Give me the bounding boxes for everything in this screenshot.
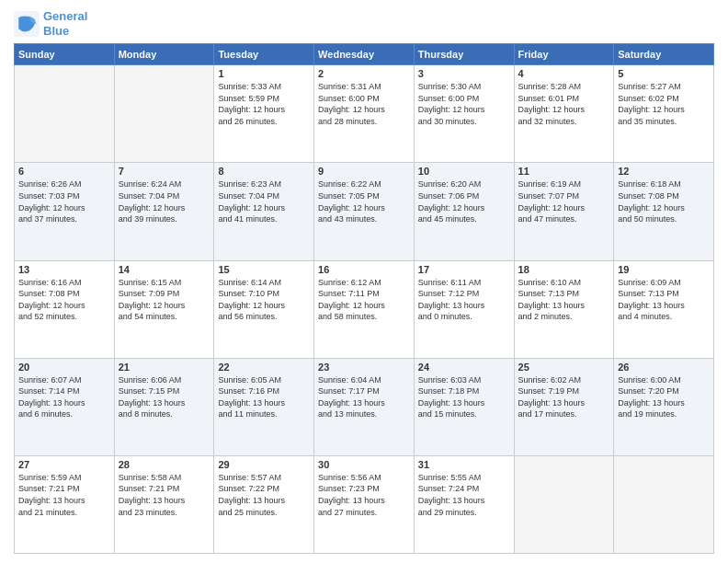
calendar-day-header: Thursday [414,44,514,65]
calendar-day-cell: 13Sunrise: 6:16 AM Sunset: 7:08 PM Dayli… [15,260,115,358]
day-info: Sunrise: 6:23 AM Sunset: 7:04 PM Dayligh… [218,178,310,224]
day-number: 22 [218,362,310,373]
calendar-day-cell: 3Sunrise: 5:30 AM Sunset: 6:00 PM Daylig… [414,65,514,163]
day-number: 17 [418,264,510,275]
calendar-day-header: Sunday [15,44,115,65]
day-info: Sunrise: 5:55 AM Sunset: 7:24 PM Dayligh… [418,472,510,518]
calendar-day-cell: 8Sunrise: 6:23 AM Sunset: 7:04 PM Daylig… [214,163,314,260]
calendar-day-cell: 2Sunrise: 5:31 AM Sunset: 6:00 PM Daylig… [314,65,415,163]
day-number: 5 [618,68,710,79]
calendar-day-cell: 20Sunrise: 6:07 AM Sunset: 7:14 PM Dayli… [15,358,115,455]
calendar-day-cell: 4Sunrise: 5:28 AM Sunset: 6:01 PM Daylig… [514,65,614,163]
calendar-day-cell: 14Sunrise: 6:15 AM Sunset: 7:09 PM Dayli… [114,260,214,358]
day-number: 27 [18,459,110,470]
day-info: Sunrise: 6:24 AM Sunset: 7:04 PM Dayligh… [119,178,210,224]
day-info: Sunrise: 5:58 AM Sunset: 7:21 PM Dayligh… [119,472,210,518]
day-info: Sunrise: 5:30 AM Sunset: 6:00 PM Dayligh… [418,81,510,127]
calendar-day-cell: 21Sunrise: 6:06 AM Sunset: 7:15 PM Dayli… [114,358,214,455]
day-number: 15 [218,264,310,275]
day-info: Sunrise: 6:05 AM Sunset: 7:16 PM Dayligh… [218,374,310,420]
day-number: 30 [318,459,410,470]
day-number: 23 [318,362,410,373]
day-info: Sunrise: 5:27 AM Sunset: 6:02 PM Dayligh… [618,81,710,127]
day-number: 21 [119,362,210,373]
day-info: Sunrise: 5:31 AM Sunset: 6:00 PM Dayligh… [318,81,410,127]
day-number: 6 [18,166,110,177]
calendar-week-row: 6Sunrise: 6:26 AM Sunset: 7:03 PM Daylig… [15,163,714,260]
calendar-day-cell: 16Sunrise: 6:12 AM Sunset: 7:11 PM Dayli… [314,260,415,358]
day-info: Sunrise: 6:15 AM Sunset: 7:09 PM Dayligh… [119,277,210,323]
day-number: 14 [119,264,210,275]
day-number: 7 [119,166,210,177]
calendar-day-header: Saturday [614,44,714,65]
calendar-header-row: SundayMondayTuesdayWednesdayThursdayFrid… [15,44,714,65]
day-info: Sunrise: 6:04 AM Sunset: 7:17 PM Dayligh… [318,374,410,420]
day-number: 29 [218,459,310,470]
calendar-week-row: 1Sunrise: 5:33 AM Sunset: 5:59 PM Daylig… [15,65,714,163]
calendar-week-row: 27Sunrise: 5:59 AM Sunset: 7:21 PM Dayli… [15,455,714,553]
day-info: Sunrise: 6:22 AM Sunset: 7:05 PM Dayligh… [318,178,410,224]
calendar-day-cell [114,65,214,163]
logo-icon [14,11,40,37]
calendar-day-cell [15,65,115,163]
calendar-day-cell: 17Sunrise: 6:11 AM Sunset: 7:12 PM Dayli… [414,260,514,358]
calendar-day-cell: 9Sunrise: 6:22 AM Sunset: 7:05 PM Daylig… [314,163,415,260]
day-info: Sunrise: 6:19 AM Sunset: 7:07 PM Dayligh… [518,178,610,224]
day-info: Sunrise: 5:28 AM Sunset: 6:01 PM Dayligh… [518,81,610,127]
calendar-day-cell: 19Sunrise: 6:09 AM Sunset: 7:13 PM Dayli… [614,260,714,358]
calendar-week-row: 20Sunrise: 6:07 AM Sunset: 7:14 PM Dayli… [15,358,714,455]
day-number: 31 [418,459,510,470]
day-number: 12 [618,166,710,177]
calendar-day-cell: 27Sunrise: 5:59 AM Sunset: 7:21 PM Dayli… [15,455,115,553]
calendar-day-cell: 12Sunrise: 6:18 AM Sunset: 7:08 PM Dayli… [614,163,714,260]
day-info: Sunrise: 6:14 AM Sunset: 7:10 PM Dayligh… [218,277,310,323]
calendar-day-cell: 6Sunrise: 6:26 AM Sunset: 7:03 PM Daylig… [15,163,115,260]
day-number: 25 [518,362,610,373]
day-number: 10 [418,166,510,177]
day-info: Sunrise: 6:00 AM Sunset: 7:20 PM Dayligh… [618,374,710,420]
calendar-day-cell: 15Sunrise: 6:14 AM Sunset: 7:10 PM Dayli… [214,260,314,358]
calendar-day-cell: 18Sunrise: 6:10 AM Sunset: 7:13 PM Dayli… [514,260,614,358]
logo: General Blue [14,9,87,38]
day-number: 8 [218,166,310,177]
calendar-day-header: Tuesday [214,44,314,65]
day-info: Sunrise: 6:11 AM Sunset: 7:12 PM Dayligh… [418,277,510,323]
calendar-day-cell: 23Sunrise: 6:04 AM Sunset: 7:17 PM Dayli… [314,358,415,455]
calendar-day-header: Friday [514,44,614,65]
day-number: 19 [618,264,710,275]
calendar-day-cell: 25Sunrise: 6:02 AM Sunset: 7:19 PM Dayli… [514,358,614,455]
day-info: Sunrise: 6:02 AM Sunset: 7:19 PM Dayligh… [518,374,610,420]
day-info: Sunrise: 6:03 AM Sunset: 7:18 PM Dayligh… [418,374,510,420]
day-number: 11 [518,166,610,177]
day-info: Sunrise: 6:26 AM Sunset: 7:03 PM Dayligh… [18,178,110,224]
day-number: 4 [518,68,610,79]
logo-text: General Blue [43,9,87,38]
calendar-day-cell [614,455,714,553]
calendar-table: SundayMondayTuesdayWednesdayThursdayFrid… [14,43,714,554]
day-number: 2 [318,68,410,79]
calendar-day-cell: 5Sunrise: 5:27 AM Sunset: 6:02 PM Daylig… [614,65,714,163]
day-info: Sunrise: 5:33 AM Sunset: 5:59 PM Dayligh… [218,81,310,127]
day-info: Sunrise: 6:10 AM Sunset: 7:13 PM Dayligh… [518,277,610,323]
day-info: Sunrise: 6:18 AM Sunset: 7:08 PM Dayligh… [618,178,710,224]
calendar-day-cell: 24Sunrise: 6:03 AM Sunset: 7:18 PM Dayli… [414,358,514,455]
day-info: Sunrise: 5:59 AM Sunset: 7:21 PM Dayligh… [18,472,110,518]
day-info: Sunrise: 6:20 AM Sunset: 7:06 PM Dayligh… [418,178,510,224]
day-info: Sunrise: 6:09 AM Sunset: 7:13 PM Dayligh… [618,277,710,323]
calendar-day-cell: 26Sunrise: 6:00 AM Sunset: 7:20 PM Dayli… [614,358,714,455]
day-info: Sunrise: 6:06 AM Sunset: 7:15 PM Dayligh… [119,374,210,420]
calendar-day-cell [514,455,614,553]
calendar-day-cell: 29Sunrise: 5:57 AM Sunset: 7:22 PM Dayli… [214,455,314,553]
day-number: 9 [318,166,410,177]
day-info: Sunrise: 5:56 AM Sunset: 7:23 PM Dayligh… [318,472,410,518]
day-number: 18 [518,264,610,275]
calendar-day-cell: 10Sunrise: 6:20 AM Sunset: 7:06 PM Dayli… [414,163,514,260]
calendar-day-header: Monday [114,44,214,65]
header: General Blue [14,9,714,38]
day-number: 16 [318,264,410,275]
day-info: Sunrise: 6:16 AM Sunset: 7:08 PM Dayligh… [18,277,110,323]
calendar-day-cell: 7Sunrise: 6:24 AM Sunset: 7:04 PM Daylig… [114,163,214,260]
calendar-week-row: 13Sunrise: 6:16 AM Sunset: 7:08 PM Dayli… [15,260,714,358]
day-number: 28 [119,459,210,470]
calendar-day-cell: 22Sunrise: 6:05 AM Sunset: 7:16 PM Dayli… [214,358,314,455]
